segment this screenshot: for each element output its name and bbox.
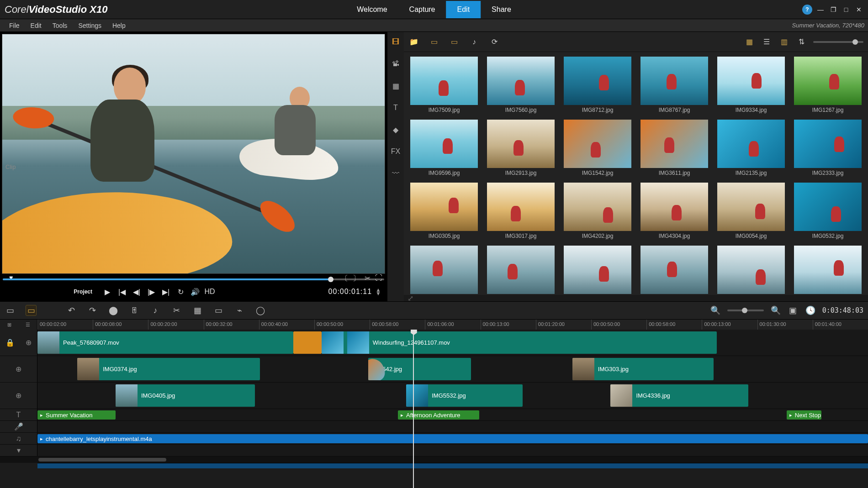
timeline-hscroll[interactable] <box>0 457 868 463</box>
ruler-ticks[interactable]: 00:00:02:0000:00:08:0000:00:20:0000:00:3… <box>37 320 868 330</box>
split-icon[interactable]: ✂ <box>365 274 370 283</box>
mixer-icon[interactable]: 🎚 <box>129 305 140 316</box>
title-lane[interactable]: ▸Summer Vacation▸Afternoon Adventure▸Nex… <box>37 409 868 420</box>
chevron-down-icon[interactable]: ▾ <box>17 446 21 455</box>
timeline-clip[interactable]: IMG4336.jpg <box>610 384 748 407</box>
menu-settings[interactable]: Settings <box>73 20 107 31</box>
libtab-media-icon[interactable]: 🎞 <box>389 36 402 48</box>
restore-icon[interactable]: ❐ <box>829 5 838 14</box>
tab-share[interactable]: Share <box>481 1 522 18</box>
library-thumb[interactable]: IMG3017.jpg <box>487 183 555 243</box>
library-thumb[interactable]: IMG4202.jpg <box>564 183 631 243</box>
home-icon[interactable]: |◀ <box>118 288 126 296</box>
timeline-clip[interactable]: IMG5532.jpg <box>406 384 523 407</box>
timeline-clip[interactable]: Windsurfing_124961107.mov <box>322 331 717 354</box>
scan-icon[interactable]: ⟳ <box>489 37 500 47</box>
title-track-head[interactable]: T <box>0 409 37 420</box>
mode-clip[interactable]: Clip <box>5 34 16 299</box>
timeline-view-icon[interactable]: ▭ <box>26 305 37 316</box>
mark-in-icon[interactable]: 〔 <box>341 274 348 283</box>
sort-icon[interactable]: ⇅ <box>796 37 807 47</box>
timeline-clip[interactable]: IMG1542.jpg <box>368 358 471 380</box>
record-icon[interactable]: ⬤ <box>108 305 119 316</box>
prev-frame-icon[interactable]: ◀| <box>132 288 141 296</box>
library-thumb[interactable] <box>794 246 862 295</box>
library-thumb[interactable]: IMG8767.jpg <box>640 57 708 117</box>
undo-icon[interactable]: ↶ <box>66 305 77 316</box>
libtab-instant-icon[interactable]: 📽 <box>389 58 402 70</box>
timeline-clip[interactable]: IMG303.jpg <box>572 358 714 380</box>
preview-monitor[interactable] <box>2 34 385 274</box>
timeline-clip[interactable]: ▸Summer Vacation <box>37 410 116 420</box>
timeline-clip[interactable]: ▸Afternoon Adventure <box>398 410 479 420</box>
mark-out-icon[interactable]: 〕 <box>353 274 360 283</box>
timeline-clip[interactable]: ▸Next Stop <box>787 410 821 420</box>
library-thumb[interactable]: IMG9596.jpg <box>410 120 478 180</box>
video-lane[interactable]: Peak_57680907.movWindsurfing_124961107.m… <box>37 330 868 356</box>
thumbnail-size-slider[interactable] <box>813 41 863 43</box>
visibility-icon[interactable]: ⊕ <box>16 365 21 373</box>
playhead[interactable] <box>413 330 414 488</box>
end-icon[interactable]: ▶| <box>162 288 170 296</box>
storyboard-view-icon[interactable]: ▭ <box>5 305 16 316</box>
library-thumb[interactable]: IMG9334.jpg <box>717 57 785 117</box>
overlay1-lane[interactable]: IMG0374.jpgIMG1542.jpgIMG303.jpg <box>37 356 868 382</box>
mode-project[interactable]: Project <box>5 289 92 295</box>
extra-lane[interactable] <box>37 445 868 456</box>
menu-help[interactable]: Help <box>107 20 131 31</box>
library-thumb[interactable]: IMG2135.jpg <box>717 120 785 180</box>
overlay2-track-head[interactable]: ⊕ <box>0 383 37 409</box>
show-photos-icon[interactable]: ▭ <box>449 37 460 47</box>
library-thumb[interactable]: IMG7560.jpg <box>487 57 555 117</box>
timeline-clip[interactable]: Peak_57680907.mov <box>37 331 293 354</box>
library-thumb[interactable] <box>564 246 631 295</box>
multicam-icon[interactable]: ⌁ <box>234 305 245 316</box>
libtab-graphics-icon[interactable]: ◆ <box>389 123 402 136</box>
menu-edit[interactable]: Edit <box>25 20 47 31</box>
next-frame-icon[interactable]: |▶ <box>147 288 155 296</box>
libtab-path-icon[interactable]: 〰 <box>389 167 402 180</box>
music-lane[interactable]: ▸chantellebarry_letsplayinstrumental.m4a <box>37 433 868 444</box>
menu-tools[interactable]: Tools <box>47 20 73 31</box>
import-folder-icon[interactable]: 📁 <box>408 37 419 47</box>
project-duration-icon[interactable]: 🕓 <box>805 305 816 316</box>
library-thumb[interactable]: IMG4304.jpg <box>640 183 708 243</box>
repeat-icon[interactable]: ↻ <box>176 288 185 296</box>
library-thumb[interactable]: IMG1267.jpg <box>794 57 862 117</box>
timeline-clip[interactable]: IMG0405.jpg <box>116 384 255 407</box>
multi-trim-icon[interactable]: ✂ <box>171 305 182 316</box>
library-thumb[interactable] <box>640 246 708 295</box>
overlay1-track-head[interactable]: ⊕ <box>0 356 37 382</box>
libtab-filter-fx-icon[interactable]: FX <box>389 145 402 158</box>
library-thumb[interactable] <box>487 246 555 295</box>
hd-toggle[interactable]: HD <box>206 288 214 296</box>
timeline-ruler[interactable]: ⊞ ☰ 00:00:02:0000:00:08:0000:00:20:0000:… <box>0 320 868 330</box>
zoom-in-icon[interactable]: 🔍 <box>770 305 781 316</box>
library-thumb[interactable]: IMG0054.jpg <box>717 183 785 243</box>
extra-track-head[interactable]: ▾ <box>0 445 37 456</box>
tab-welcome[interactable]: Welcome <box>346 1 398 18</box>
library-thumb[interactable]: IMG7509.jpg <box>410 57 478 117</box>
auto-music-icon[interactable]: ♪ <box>150 305 161 316</box>
timecode[interactable]: 00:00:01:11 ▲▼ <box>328 288 381 296</box>
track-motion-icon[interactable]: ▦ <box>192 305 203 316</box>
library-thumb[interactable]: IMG8712.jpg <box>564 57 631 117</box>
libtab-title-icon[interactable]: T <box>389 101 402 114</box>
redo-icon[interactable]: ↷ <box>87 305 98 316</box>
overlay2-lane[interactable]: IMG0405.jpgIMG5532.jpgIMG4336.jpg <box>37 383 868 409</box>
libtab-transition-icon[interactable]: ▦ <box>389 79 402 92</box>
timecode-stepper-icon[interactable]: ▲▼ <box>376 288 381 295</box>
playback-mode[interactable]: Project Clip <box>5 289 97 295</box>
show-audio-icon[interactable]: ♪ <box>469 37 480 47</box>
tab-capture[interactable]: Capture <box>398 1 446 18</box>
view-thumbnails-icon[interactable]: ▦ <box>744 37 755 47</box>
zoom-slider[interactable] <box>727 310 764 311</box>
ruler-menu-icon[interactable]: ☰ <box>26 322 30 328</box>
voice-track-head[interactable]: 🎤 <box>0 421 37 432</box>
help-icon[interactable]: ? <box>802 5 812 15</box>
library-thumb[interactable] <box>410 246 478 295</box>
library-thumb[interactable]: IMG0305.jpg <box>410 183 478 243</box>
timeline-clip[interactable]: IMG0374.jpg <box>77 358 260 380</box>
show-videos-icon[interactable]: ▭ <box>429 37 439 47</box>
volume-icon[interactable]: 🔊 <box>191 288 199 296</box>
